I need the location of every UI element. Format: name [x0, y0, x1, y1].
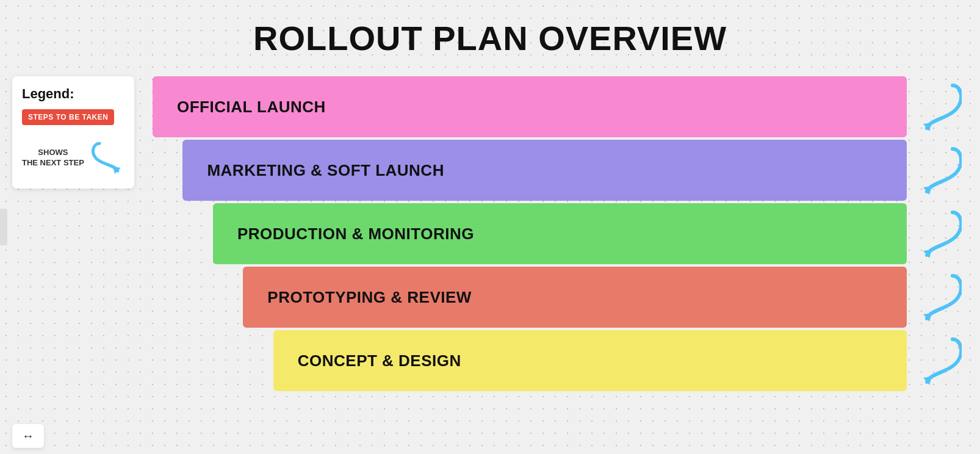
content-area: Legend: STEPS TO BE TAKEN SHOWS THE NEXT…: [0, 76, 980, 418]
right-arrow-3: [922, 209, 962, 261]
legend-badge: STEPS TO BE TAKEN: [22, 109, 114, 125]
step-label-3: PRODUCTION & MONITORING: [237, 225, 474, 243]
legend-title: Legend:: [22, 86, 124, 102]
step-bar-5: CONCEPT & DESIGN: [273, 330, 907, 391]
step-bar-1: OFFICIAL LAUNCH: [153, 76, 907, 137]
bottom-resize-handle[interactable]: ↔: [12, 424, 44, 448]
resize-icon: ↔: [22, 429, 34, 443]
svg-marker-1: [923, 123, 932, 131]
main-container: ROLLOUT PLAN OVERVIEW Legend: STEPS TO B…: [0, 0, 980, 454]
page-title: ROLLOUT PLAN OVERVIEW: [253, 18, 727, 58]
svg-marker-0: [113, 167, 121, 174]
legend-arrow-line1: SHOWS: [22, 148, 84, 158]
svg-marker-4: [923, 313, 932, 322]
right-arrow-1: [922, 82, 962, 134]
legend-panel: Legend: STEPS TO BE TAKEN SHOWS THE NEXT…: [12, 76, 134, 189]
svg-marker-3: [923, 250, 932, 258]
steps-container: OFFICIAL LAUNCH MARKETING & SOFT LAUNCH …: [153, 76, 907, 394]
step-bar-2: MARKETING & SOFT LAUNCH: [182, 140, 907, 201]
svg-marker-5: [923, 377, 932, 385]
right-arrow-2: [922, 146, 962, 198]
step-label-5: CONCEPT & DESIGN: [298, 351, 461, 370]
step-label-2: MARKETING & SOFT LAUNCH: [207, 161, 444, 180]
step-label-4: PROTOTYPING & REVIEW: [267, 288, 472, 307]
step-bar-3: PRODUCTION & MONITORING: [213, 203, 907, 264]
curved-arrow-icon: [90, 137, 124, 179]
right-arrow-5: [922, 336, 962, 388]
step-label-1: OFFICIAL LAUNCH: [177, 98, 326, 117]
edge-indicator: [0, 209, 7, 245]
legend-arrow-line2: THE NEXT STEP: [22, 158, 84, 168]
step-bar-4: PROTOTYPING & REVIEW: [243, 267, 907, 328]
arrows-container: [922, 76, 962, 394]
legend-arrow-section: SHOWS THE NEXT STEP: [22, 137, 124, 179]
right-arrow-4: [922, 273, 962, 325]
legend-arrow-text: SHOWS THE NEXT STEP: [22, 148, 84, 168]
svg-marker-2: [923, 186, 932, 195]
